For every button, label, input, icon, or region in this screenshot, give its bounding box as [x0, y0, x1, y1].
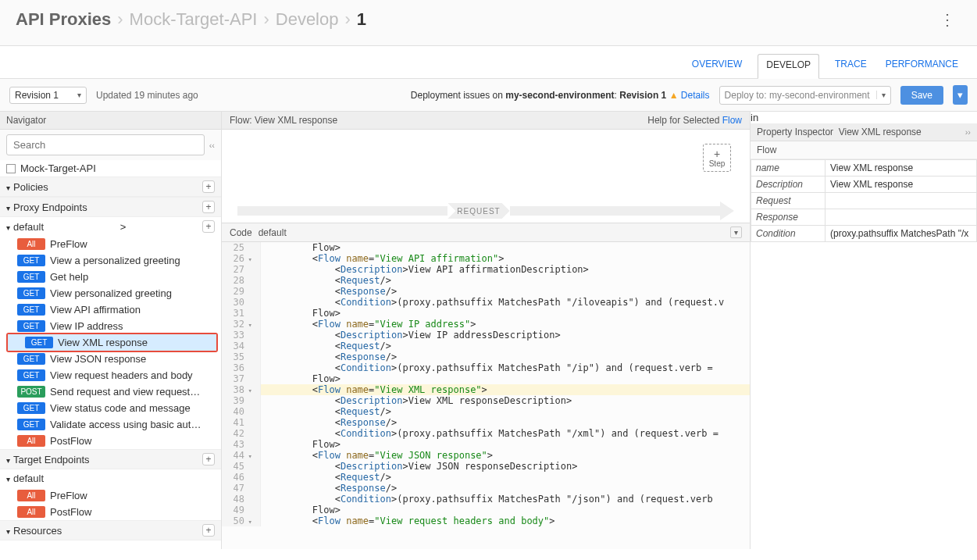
code-line[interactable]: 49 Flow> [222, 505, 750, 515]
code-line[interactable]: 50▾ <Flow name="View request headers and… [222, 515, 750, 526]
expand-prop-icon[interactable]: ›› [965, 127, 971, 137]
code-line[interactable]: 46 <Request/> [222, 472, 750, 483]
breadcrumb-root[interactable]: API Proxies [16, 9, 111, 30]
method-badge: GET [17, 369, 45, 381]
add-policy-button[interactable]: + [202, 180, 215, 193]
property-row[interactable]: Request [751, 193, 977, 209]
add-proxy-endpoint-button[interactable]: + [202, 201, 215, 213]
code-line[interactable]: 29 <Response/> [222, 286, 750, 297]
property-value[interactable] [825, 193, 977, 209]
flow-canvas[interactable]: + Step REQUEST [222, 130, 750, 223]
property-row[interactable]: Condition(proxy.pathsuffix MatchesPath "… [751, 226, 977, 242]
method-badge: All [17, 506, 45, 518]
flow-label: View API affirmation [50, 304, 141, 316]
code-line[interactable]: 44▾ <Flow name="View JSON response"> [222, 450, 750, 461]
warning-icon: ▲ [669, 90, 679, 101]
flow-item[interactable]: POSTSend request and view request… [0, 383, 221, 400]
file-icon [6, 164, 16, 173]
tabs-bar: OVERVIEW DEVELOP TRACE PERFORMANCE [0, 46, 977, 79]
code-line[interactable]: 43 Flow> [222, 439, 750, 450]
code-line[interactable]: 41 <Response/> [222, 417, 750, 428]
code-line[interactable]: 37 Flow> [222, 373, 750, 384]
add-target-endpoint-button[interactable]: + [202, 453, 215, 465]
flow-item[interactable]: GETGet help [0, 269, 221, 285]
tab-trace[interactable]: TRACE [832, 54, 870, 78]
code-line[interactable]: 30 <Condition>(proxy.pathsuffix MatchesP… [222, 297, 750, 308]
breadcrumb-proxy[interactable]: Mock-Target-API [130, 9, 258, 30]
flow-item[interactable]: GETView XML response [8, 334, 216, 351]
property-row[interactable]: DescriptionView XML response [751, 177, 977, 193]
flow-item[interactable]: GETView API affirmation [0, 301, 221, 318]
section-target-endpoints[interactable]: ▾Target Endpoints + [0, 449, 221, 469]
code-line[interactable]: 38▾ <Flow name="View XML response"> [222, 384, 750, 395]
method-badge: GET [17, 255, 45, 266]
code-line[interactable]: 48 <Condition>(proxy.pathsuffix MatchesP… [222, 494, 750, 505]
method-badge: POST [17, 386, 45, 398]
code-line[interactable]: 35 <Response/> [222, 351, 750, 362]
code-line[interactable]: 45 <Description>View JSON responseDescri… [222, 461, 750, 472]
code-line[interactable]: 39 <Description>View XML responseDescrip… [222, 395, 750, 406]
code-line[interactable]: 34 <Request/> [222, 341, 750, 351]
flow-item[interactable]: AllPreFlow [0, 236, 221, 252]
add-step-button[interactable]: + Step [703, 144, 731, 172]
code-dropdown-icon[interactable]: ▾ [730, 226, 742, 238]
proxy-default[interactable]: ▾default >+ [0, 217, 221, 236]
flow-item[interactable]: GETView personalized greeting [0, 285, 221, 301]
deploy-to-select[interactable]: Deploy to: my-second-environment [719, 86, 891, 105]
property-value[interactable]: (proxy.pathsuffix MatchesPath "/x [825, 226, 977, 242]
code-line[interactable]: 33 <Description>View IP addressDescripti… [222, 330, 750, 341]
property-row[interactable]: nameView XML response [751, 160, 977, 177]
kebab-menu-icon[interactable]: ⋮ [933, 10, 961, 29]
property-row[interactable]: Response [751, 209, 977, 226]
search-input[interactable] [6, 134, 205, 155]
method-badge: All [17, 238, 45, 250]
code-line[interactable]: 36 <Condition>(proxy.pathsuffix MatchesP… [222, 362, 750, 373]
target-default[interactable]: ▾default [0, 469, 221, 487]
revision-select[interactable]: Revision 1 [9, 87, 87, 104]
flow-item[interactable]: GETView request headers and body [0, 367, 221, 383]
tab-overview[interactable]: OVERVIEW [689, 54, 745, 78]
section-policies[interactable]: ▾Policies + [0, 177, 221, 197]
property-inspector-header: Property Inspector View XML response ›› [751, 123, 977, 141]
collapse-nav-icon[interactable]: ‹‹ [209, 141, 215, 150]
flow-item[interactable]: GETView IP address [0, 318, 221, 334]
save-button[interactable]: Save [900, 86, 943, 105]
flow-item[interactable]: AllPostFlow [0, 504, 221, 520]
save-dropdown[interactable]: ▾ [953, 85, 968, 105]
section-proxy-endpoints[interactable]: ▾Proxy Endpoints + [0, 197, 221, 217]
code-line[interactable]: 26▾ <Flow name="View API affirmation"> [222, 253, 750, 264]
tab-develop[interactable]: DEVELOP [758, 54, 819, 79]
property-value[interactable] [825, 209, 977, 226]
code-line[interactable]: 31 Flow> [222, 308, 750, 319]
code-line[interactable]: 40 <Request/> [222, 406, 750, 417]
code-line[interactable]: 47 <Response/> [222, 483, 750, 494]
flow-label: View XML response [58, 337, 148, 348]
flow-item[interactable]: AllPostFlow [0, 433, 221, 449]
code-line[interactable]: 27 <Description>View API affirmationDesc… [222, 264, 750, 275]
add-resource-button[interactable]: + [202, 524, 215, 537]
property-value[interactable]: View XML response [825, 160, 977, 177]
code-line[interactable]: 28 <Request/> [222, 275, 750, 286]
property-value[interactable]: View XML response [825, 177, 977, 193]
flow-item[interactable]: GETView a personalized greeting [0, 252, 221, 269]
nav-root-item[interactable]: Mock-Target-API [0, 160, 221, 177]
tab-performance[interactable]: PERFORMANCE [883, 54, 961, 78]
flow-item[interactable]: GETValidate access using basic aut… [0, 416, 221, 433]
flow-item[interactable]: GETView JSON response [0, 351, 221, 367]
flow-item[interactable]: GETView status code and message [0, 400, 221, 416]
code-header: Code default ▾ [222, 223, 750, 242]
code-line[interactable]: 32▾ <Flow name="View IP address"> [222, 319, 750, 330]
code-line[interactable]: 42 <Condition>(proxy.pathsuffix MatchesP… [222, 428, 750, 439]
flow-item[interactable]: AllPreFlow [0, 487, 221, 504]
method-badge: All [17, 435, 45, 447]
code-editor[interactable]: 25 Flow>26▾ <Flow name="View API affirma… [222, 242, 750, 549]
section-resources[interactable]: ▾Resources + [0, 520, 221, 540]
flow-label: Send request and view request… [50, 386, 200, 398]
flow-help-link[interactable]: Flow [722, 115, 742, 126]
method-badge: GET [17, 320, 45, 332]
breadcrumb-view[interactable]: Develop [276, 9, 339, 30]
add-flow-button[interactable]: + [202, 220, 215, 233]
code-line[interactable]: 25 Flow> [222, 242, 750, 253]
details-link[interactable]: Details [681, 90, 710, 101]
method-badge: GET [17, 287, 45, 299]
